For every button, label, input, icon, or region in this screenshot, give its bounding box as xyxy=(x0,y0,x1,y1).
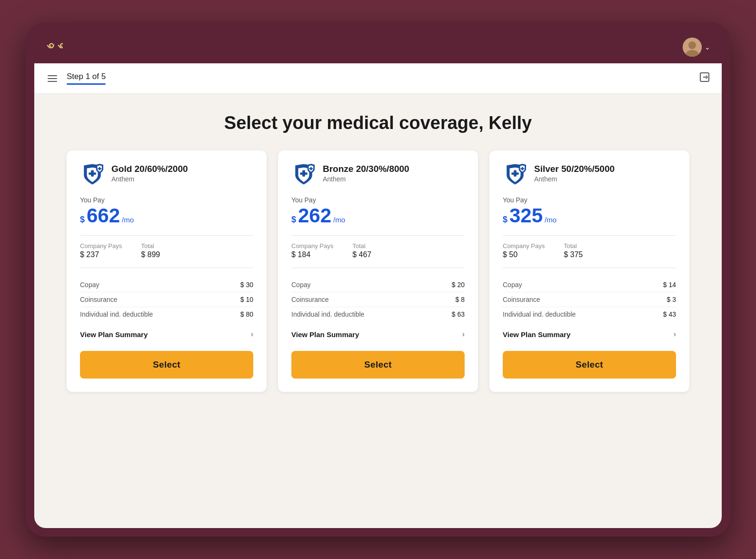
view-plan-summary-label-gold: View Plan Summary xyxy=(80,330,148,339)
card-title-info-bronze: Bronze 20/30%/8000 Anthem xyxy=(323,164,409,183)
total-value-silver: $ 375 xyxy=(564,250,583,259)
deductible-label-bronze: Individual ind. deductible xyxy=(291,310,364,318)
price-row-bronze: $ 262 /mo xyxy=(291,206,465,226)
chevron-down-icon: ⌄ xyxy=(705,43,710,51)
price-period-bronze: /mo xyxy=(333,216,345,224)
deductible-value-gold: $ 80 xyxy=(240,310,253,318)
avatar xyxy=(683,38,702,57)
you-pay-label-bronze: You Pay xyxy=(291,196,465,204)
view-plan-summary-label-silver: View Plan Summary xyxy=(503,330,570,339)
page-title: Select your medical coverage, Kelly xyxy=(63,113,693,133)
svg-text:꩜꩜: ꩜꩜ xyxy=(46,40,63,52)
view-plan-summary-gold[interactable]: View Plan Summary › xyxy=(80,323,253,341)
divider-2-silver xyxy=(503,268,676,268)
company-pays-value-bronze: $ 184 xyxy=(291,250,333,259)
details-list-silver: Copay $ 14 Coinsurance $ 3 Individual in… xyxy=(503,278,676,321)
plan-card-silver: Silver 50/20%/5000 Anthem You Pay $ 325 … xyxy=(489,150,689,392)
view-plan-summary-bronze[interactable]: View Plan Summary › xyxy=(291,323,465,341)
top-bar: ꩜꩜ ⌄ xyxy=(34,31,722,63)
company-pays-label-bronze: Company Pays xyxy=(291,242,333,250)
card-header-silver: Silver 50/20%/5000 Anthem xyxy=(503,164,676,185)
card-title-info-silver: Silver 50/20%/5000 Anthem xyxy=(534,164,615,183)
divider-2-bronze xyxy=(291,268,465,268)
coinsurance-label-silver: Coinsurance xyxy=(503,296,540,303)
price-period-gold: /mo xyxy=(122,216,134,224)
coinsurance-value-bronze: $ 8 xyxy=(456,296,465,303)
svg-rect-12 xyxy=(309,168,313,169)
chevron-right-icon-silver: › xyxy=(674,330,676,339)
price-amount-silver: 325 xyxy=(509,206,543,226)
price-period-silver: /mo xyxy=(545,216,557,224)
plan-name-silver: Silver 50/20%/5000 xyxy=(534,164,615,174)
chevron-right-icon-bronze: › xyxy=(462,330,465,339)
anthem-logo-silver xyxy=(503,164,527,185)
nav-left: Step 1 of 5 xyxy=(46,72,106,85)
deductible-value-bronze: $ 63 xyxy=(452,310,465,318)
copay-value-bronze: $ 20 xyxy=(452,281,465,289)
company-total-row-bronze: Company Pays $ 184 Total $ 467 xyxy=(291,242,465,259)
svg-rect-14 xyxy=(511,172,518,175)
total-label-bronze: Total xyxy=(352,242,371,250)
coinsurance-value-silver: $ 3 xyxy=(667,296,676,303)
total-value-gold: $ 899 xyxy=(141,250,160,259)
copay-value-silver: $ 14 xyxy=(663,281,676,289)
you-pay-label-silver: You Pay xyxy=(503,196,676,204)
card-title-info-gold: Gold 20/60%/2000 Anthem xyxy=(111,164,188,183)
deductible-row-bronze: Individual ind. deductible $ 63 xyxy=(291,307,465,321)
price-amount-bronze: 262 xyxy=(298,206,331,226)
exit-button[interactable] xyxy=(699,71,710,85)
deductible-value-silver: $ 43 xyxy=(663,310,676,318)
details-list-bronze: Copay $ 20 Coinsurance $ 8 Individual in… xyxy=(291,278,465,321)
price-row-silver: $ 325 /mo xyxy=(503,206,676,226)
user-menu[interactable]: ⌄ xyxy=(683,38,710,57)
select-button-bronze[interactable]: Select xyxy=(291,351,465,379)
you-pay-label-gold: You Pay xyxy=(80,196,253,204)
svg-rect-6 xyxy=(89,172,96,175)
coinsurance-value-gold: $ 10 xyxy=(240,296,253,303)
anthem-logo-gold xyxy=(80,164,105,185)
plan-provider-silver: Anthem xyxy=(534,175,615,183)
plan-card-bronze: Bronze 20/30%/8000 Anthem You Pay $ 262 … xyxy=(278,150,478,392)
page-body: Select your medical coverage, Kelly xyxy=(34,94,722,528)
company-pays-value-silver: $ 50 xyxy=(503,250,545,259)
company-total-row-gold: Company Pays $ 237 Total $ 899 xyxy=(80,242,253,259)
step-label: Step 1 of 5 xyxy=(67,72,106,81)
anthem-logo-bronze xyxy=(291,164,316,185)
view-plan-summary-silver[interactable]: View Plan Summary › xyxy=(503,323,676,341)
app-logo: ꩜꩜ xyxy=(46,39,63,55)
company-pays-label-gold: Company Pays xyxy=(80,242,122,250)
coinsurance-row-bronze: Coinsurance $ 8 xyxy=(291,292,465,307)
total-label-silver: Total xyxy=(564,242,583,250)
hamburger-menu[interactable] xyxy=(46,73,59,84)
step-indicator: Step 1 of 5 xyxy=(67,72,106,85)
card-header-gold: Gold 20/60%/2000 Anthem xyxy=(80,164,253,185)
total-label-gold: Total xyxy=(141,242,160,250)
svg-rect-10 xyxy=(300,172,307,175)
step-progress-bar xyxy=(67,83,106,85)
svg-rect-8 xyxy=(98,168,101,169)
price-dollar-bronze: $ xyxy=(291,215,296,225)
total-col-gold: Total $ 899 xyxy=(141,242,160,259)
chevron-right-icon-gold: › xyxy=(251,330,253,339)
company-pays-value-gold: $ 237 xyxy=(80,250,122,259)
select-button-gold[interactable]: Select xyxy=(80,351,253,379)
company-pays-col-bronze: Company Pays $ 184 xyxy=(291,242,333,259)
plan-name-bronze: Bronze 20/30%/8000 xyxy=(323,164,409,174)
plan-name-gold: Gold 20/60%/2000 xyxy=(111,164,188,174)
company-total-row-silver: Company Pays $ 50 Total $ 375 xyxy=(503,242,676,259)
copay-row-silver: Copay $ 14 xyxy=(503,278,676,292)
copay-label-gold: Copay xyxy=(80,281,99,289)
company-pays-label-silver: Company Pays xyxy=(503,242,545,250)
copay-row-gold: Copay $ 30 xyxy=(80,278,253,292)
view-plan-summary-label-bronze: View Plan Summary xyxy=(291,330,359,339)
coinsurance-label-gold: Coinsurance xyxy=(80,296,118,303)
total-col-bronze: Total $ 467 xyxy=(352,242,371,259)
coinsurance-row-gold: Coinsurance $ 10 xyxy=(80,292,253,307)
select-button-silver[interactable]: Select xyxy=(503,351,676,379)
divider-1-gold xyxy=(80,235,253,236)
main-content: Step 1 of 5 Select your medical coverage… xyxy=(34,63,722,528)
deductible-row-gold: Individual ind. deductible $ 80 xyxy=(80,307,253,321)
details-list-gold: Copay $ 30 Coinsurance $ 10 Individual i… xyxy=(80,278,253,321)
svg-rect-16 xyxy=(520,168,524,169)
coinsurance-label-bronze: Coinsurance xyxy=(291,296,329,303)
